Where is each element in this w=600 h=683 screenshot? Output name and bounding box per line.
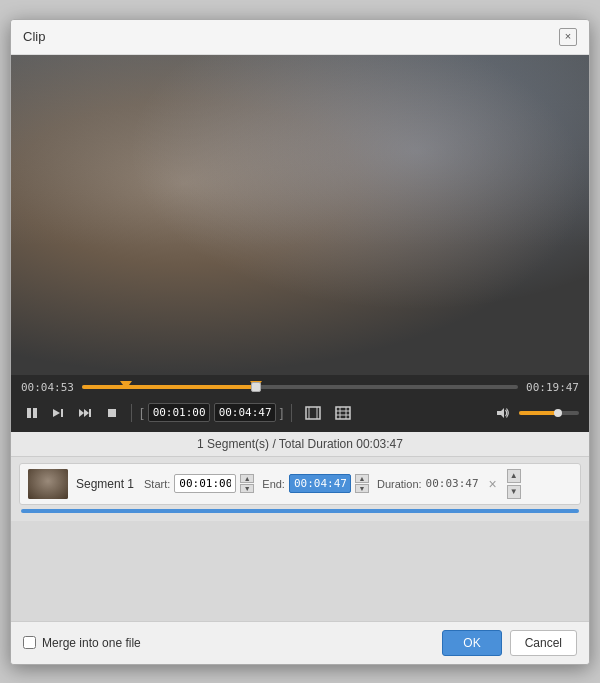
merge-label-text: Merge into one file — [42, 636, 141, 650]
segment-delete-button[interactable]: × — [487, 476, 499, 492]
end-label: End: — [262, 478, 285, 490]
duration-label: Duration: — [377, 478, 422, 490]
segment-row: Segment 1 Start: ▲ ▼ End: ▲ ▼ Duration: — [19, 463, 581, 505]
separator-1 — [131, 404, 132, 422]
footer-buttons: OK Cancel — [442, 630, 577, 656]
stop-icon — [107, 408, 117, 418]
segment-thumbnail — [28, 469, 68, 499]
crop-icon — [305, 406, 321, 420]
start-down-btn[interactable]: ▼ — [240, 484, 254, 493]
stop-button[interactable] — [101, 402, 123, 424]
separator-2 — [291, 404, 292, 422]
side-down-btn[interactable]: ▼ — [507, 485, 521, 499]
pause-button[interactable] — [21, 402, 43, 424]
volume-track[interactable] — [519, 411, 579, 415]
duration-value: 00:03:47 — [426, 477, 479, 490]
volume-icon — [496, 407, 510, 419]
dialog-title: Clip — [23, 29, 45, 44]
end-down-btn[interactable]: ▼ — [355, 484, 369, 493]
timeline-track[interactable] — [82, 383, 518, 391]
segment-label: Segment 1 — [76, 477, 136, 491]
title-bar: Clip × — [11, 20, 589, 55]
side-up-btn[interactable]: ▲ — [507, 469, 521, 483]
start-label: Start: — [144, 478, 170, 490]
video-placeholder — [11, 55, 589, 375]
svg-marker-2 — [53, 409, 60, 417]
merge-checkbox[interactable] — [23, 636, 36, 649]
svg-rect-8 — [306, 407, 320, 419]
pause-icon — [26, 407, 38, 419]
track-fill — [82, 385, 256, 389]
svg-rect-3 — [61, 409, 63, 417]
cancel-button[interactable]: Cancel — [510, 630, 577, 656]
svg-marker-16 — [497, 408, 504, 418]
skip-button[interactable] — [73, 402, 97, 424]
svg-marker-5 — [84, 409, 89, 417]
empty-area — [11, 521, 589, 621]
svg-rect-0 — [27, 408, 31, 418]
side-buttons: ▲ ▼ — [507, 469, 521, 499]
segment-progress-bar — [21, 509, 579, 513]
segment-end-input[interactable] — [289, 474, 351, 493]
segment-info-bar: 1 Segment(s) / Total Duration 00:03:47 — [11, 432, 589, 457]
start-field: Start: ▲ ▼ — [144, 474, 254, 493]
button-row: [ ] — [21, 398, 579, 428]
segment-thumbnail-inner — [28, 469, 68, 499]
current-time-label: 00:04:53 — [21, 381, 74, 394]
skip-icon — [78, 407, 92, 419]
footer-bar: Merge into one file OK Cancel — [11, 621, 589, 664]
end-field: End: ▲ ▼ — [262, 474, 369, 493]
out-time-input[interactable] — [214, 403, 276, 422]
close-button[interactable]: × — [559, 28, 577, 46]
svg-rect-7 — [108, 409, 116, 417]
start-spinner: ▲ ▼ — [240, 474, 254, 493]
svg-rect-1 — [33, 408, 37, 418]
controls-bar: 00:04:53 00:19:47 — [11, 375, 589, 432]
end-up-btn[interactable]: ▲ — [355, 474, 369, 483]
ok-button[interactable]: OK — [442, 630, 501, 656]
crop-button[interactable] — [300, 402, 326, 424]
bracket-open: [ — [140, 405, 144, 420]
volume-area — [491, 402, 579, 424]
volume-fill — [519, 411, 558, 415]
svg-marker-4 — [79, 409, 84, 417]
segment-start-input[interactable] — [174, 474, 236, 493]
volume-handle[interactable] — [554, 409, 562, 417]
segment-info-text: 1 Segment(s) / Total Duration 00:03:47 — [197, 437, 403, 451]
merge-label[interactable]: Merge into one file — [23, 636, 141, 650]
bracket-close: ] — [280, 405, 284, 420]
in-marker[interactable] — [120, 381, 132, 389]
segments-area: Segment 1 Start: ▲ ▼ End: ▲ ▼ Duration: — [11, 457, 589, 521]
clip-dialog: Clip × 00:04:53 00:19:47 — [10, 19, 590, 665]
timeline-row: 00:04:53 00:19:47 — [21, 381, 579, 394]
settings-icon — [335, 406, 351, 420]
next-frame-icon — [52, 407, 64, 419]
end-spinner: ▲ ▼ — [355, 474, 369, 493]
scene-overlay — [11, 55, 589, 375]
start-up-btn[interactable]: ▲ — [240, 474, 254, 483]
volume-button[interactable] — [491, 402, 515, 424]
svg-rect-6 — [89, 409, 91, 417]
next-frame-button[interactable] — [47, 402, 69, 424]
total-time-label: 00:19:47 — [526, 381, 579, 394]
in-time-input[interactable] — [148, 403, 210, 422]
svg-rect-11 — [336, 407, 350, 419]
playhead-handle[interactable] — [251, 382, 261, 392]
duration-field: Duration: 00:03:47 — [377, 477, 479, 490]
settings-button[interactable] — [330, 402, 356, 424]
video-area — [11, 55, 589, 375]
